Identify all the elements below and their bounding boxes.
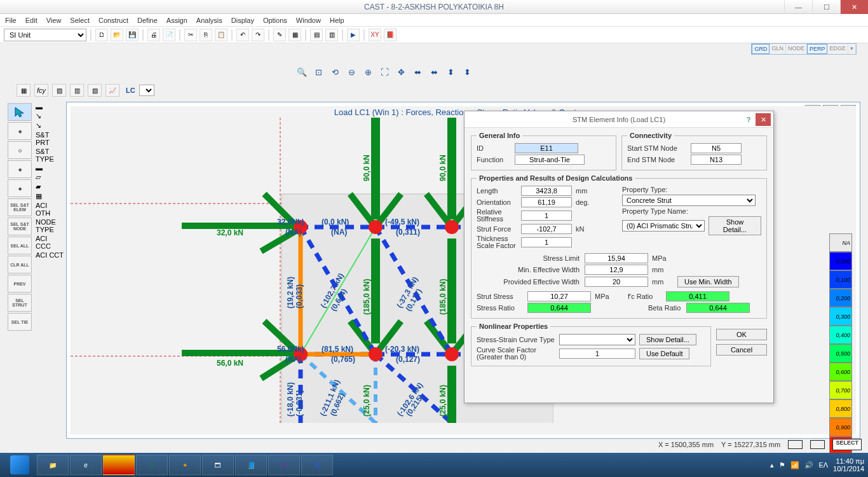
sel-tie[interactable]: SEL TIE [8,313,32,331]
clr-all[interactable]: CLR ALL [8,256,32,273]
zoom-all-icon[interactable]: ⛶ [378,66,391,78]
snap-dropdown-icon[interactable]: ▾ [848,44,856,54]
sel-st-node[interactable]: SEL S&T NODE [8,218,32,235]
menu-options[interactable]: Options [263,17,287,24]
tool-r1[interactable]: ↘ [36,112,64,120]
taskbar-cast[interactable] [103,455,135,475]
tool-t1[interactable]: ◆ [8,122,32,140]
pan-icon[interactable]: ✥ [395,66,407,78]
tool-a[interactable]: ▦ [17,84,31,97]
ok-button[interactable]: OK [716,329,767,340]
snap-perp[interactable]: PERP [807,44,828,54]
tool-r8[interactable]: ▦ [36,192,64,200]
menu-file[interactable]: File [5,17,17,24]
tool-e[interactable]: ▧ [88,84,102,97]
aci-ccc[interactable]: ACI CCC [36,235,64,250]
st-type[interactable]: S&T TYPE [36,148,64,163]
grid-icon[interactable]: ▤ [310,29,323,41]
zoom-prev-icon[interactable]: ⟲ [329,66,341,78]
pan-down-icon[interactable]: ⬍ [461,66,473,78]
tray-lang[interactable]: ΕΛ [818,461,828,469]
tool-r2[interactable]: ↘ [36,121,64,130]
thickness-field[interactable]: 1 [521,237,572,247]
tray-up-icon[interactable]: ▴ [770,461,774,469]
taskbar-app4[interactable]: 📘 [235,455,267,475]
zoom-extents-icon[interactable]: ⊡ [312,66,325,78]
menu-help[interactable]: Help [330,17,344,24]
tool-d[interactable]: ▥ [70,84,84,97]
layers-icon[interactable]: ▥ [325,29,338,41]
taskbar-excel[interactable]: X [136,455,168,475]
tray-net-icon[interactable]: 📶 [790,461,799,469]
cancel-button[interactable]: Cancel [716,344,767,356]
tool-t2[interactable]: ◇ [8,141,32,159]
pointer-tool[interactable] [8,103,32,121]
help-button[interactable]: ? [743,116,754,123]
sel-all[interactable]: SEL ALL [8,237,32,254]
unit-selector[interactable]: SI Unit [4,29,86,41]
save-icon[interactable]: 💾 [126,29,139,41]
redo-icon[interactable]: ↷ [252,29,264,41]
prev[interactable]: PREV [8,275,32,293]
property-name-select[interactable]: (0) ACI Prismatic Struts [622,220,705,232]
use-default-button[interactable]: Use Default [639,348,689,359]
close-button[interactable]: ✕ [840,0,868,14]
zoom-in-icon[interactable]: ⊕ [362,66,374,78]
start-button[interactable] [4,455,36,475]
tool-r0[interactable]: ▬ [36,103,64,111]
dialog-title-bar[interactable]: STM Element Info (Load LC1) ? ✕ [465,111,773,128]
sel-st-elem[interactable]: SEL S&T ELEM [8,198,32,216]
menu-construct[interactable]: Construct [98,17,128,24]
menu-window[interactable]: Window [296,17,321,24]
taskbar-onenote[interactable]: N [268,455,300,475]
region-icon[interactable]: ▦ [288,29,301,41]
use-min-width-button[interactable]: Use Min. Width [677,276,739,287]
minimize-button[interactable]: — [784,0,812,14]
run-icon[interactable]: ▶ [347,29,360,41]
rel-stiffness-field[interactable]: 1 [521,211,572,221]
menu-define[interactable]: Define [137,17,158,24]
copy-icon[interactable]: ⎘ [200,29,212,41]
st-prt[interactable]: S&T PRT [36,131,64,146]
snap-node[interactable]: NODE [786,44,807,54]
menu-view[interactable]: View [46,17,62,24]
taskbar-explorer[interactable]: 📁 [37,455,69,475]
provided-width-field[interactable]: 20 [585,277,648,287]
tray-flag-icon[interactable]: ⚑ [779,461,785,469]
menu-display[interactable]: Display [231,17,254,24]
book-icon[interactable]: 📕 [384,29,397,41]
tool-r6[interactable]: ▱ [36,173,64,181]
id-field[interactable]: E11 [515,143,578,153]
lc-selector[interactable] [139,85,154,96]
curve-type-select[interactable] [559,334,635,345]
undo-icon[interactable]: ↶ [236,29,249,41]
taskbar-app2[interactable]: ✦ [169,455,201,475]
taskbar-ie[interactable]: e [70,455,102,475]
node-type[interactable]: NODE TYPE [36,218,64,233]
open-icon[interactable]: 📂 [111,29,123,41]
zoom-window-icon[interactable]: 🔍 [295,66,308,78]
tool-t4[interactable]: ◆ [8,179,32,197]
cut-icon[interactable]: ✂ [184,29,197,41]
new-icon[interactable]: 🗋 [95,29,108,41]
taskbar-app3[interactable]: 🗔 [202,455,234,475]
menu-analysis[interactable]: Analysis [196,17,222,24]
tool-c[interactable]: ▨ [52,84,66,97]
paste-icon[interactable]: 📋 [215,29,227,41]
draw-icon[interactable]: ✎ [273,29,286,41]
snap-grd[interactable]: GRD [752,44,770,54]
tool-r5[interactable]: ▬ [36,164,64,172]
print-preview-icon[interactable]: 📄 [163,29,175,41]
tool-b[interactable]: fcy [34,84,48,97]
pan-up-icon[interactable]: ⬍ [444,66,457,78]
dialog-close-button[interactable]: ✕ [756,113,771,126]
tool-r7[interactable]: ▰ [36,183,64,191]
tool-f[interactable]: 📈 [105,84,119,97]
show-detail-button[interactable]: Show Detail... [709,216,761,235]
print-icon[interactable]: 🖨 [147,29,160,41]
menu-assign[interactable]: Assign [166,17,187,24]
taskbar-word[interactable]: W [301,455,333,475]
maximize-button[interactable]: ☐ [812,0,840,14]
nl-show-detail-button[interactable]: Show Detail... [639,334,696,345]
zoom-out-icon[interactable]: ⊖ [345,66,358,78]
